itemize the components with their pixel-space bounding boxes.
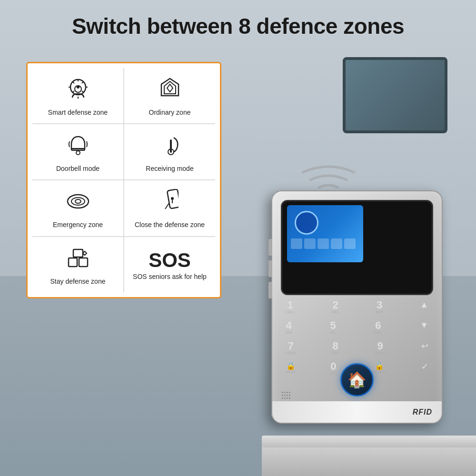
key-up[interactable]: ▲ (420, 300, 428, 314)
device-screen-area (281, 200, 433, 295)
key-5-number: 5 (330, 320, 336, 331)
svg-line-7 (73, 82, 74, 83)
key-confirm[interactable]: ✓ (421, 361, 428, 375)
monitor (343, 57, 447, 133)
key-arm[interactable]: 🔒 ARM# (286, 361, 296, 375)
close-defense-icon (161, 189, 178, 217)
svg-line-10 (82, 91, 83, 92)
key-1[interactable]: 1 CALL (286, 300, 295, 314)
key-back[interactable]: ↩ (421, 341, 428, 355)
key-5-label: JKL (330, 331, 337, 334)
svg-point-17 (75, 199, 81, 203)
key-3[interactable]: 3 DEF (376, 300, 384, 314)
ordinary-zone-icon (159, 77, 181, 104)
svg-point-16 (71, 198, 85, 205)
key-arm-label: ARM# (286, 370, 296, 374)
key-7[interactable]: 7 PQRS (286, 341, 296, 355)
key-7-number: 7 (288, 341, 294, 351)
screen-icon-2 (304, 238, 316, 249)
key-0[interactable]: 0 SOS (329, 361, 337, 375)
receiving-mode-label: Receiving mode (146, 164, 193, 173)
emergency-zone-icon (66, 189, 90, 217)
key-back-icon: ↩ (421, 341, 428, 351)
key-4[interactable]: 4 GHI (286, 320, 292, 334)
screen-icon-3 (317, 238, 329, 249)
screen-clock (295, 211, 318, 235)
key-9-label: WXYZ (375, 351, 386, 355)
sos-icon: SOS (149, 250, 191, 270)
table-front (262, 445, 476, 476)
svg-rect-23 (73, 249, 83, 257)
key-disarm-label: DISARM# (371, 370, 388, 374)
svg-point-6 (77, 86, 79, 89)
svg-point-12 (76, 151, 80, 155)
doorbell-mode-cell: Doorbell mode (32, 124, 124, 180)
device-bottom-strip: RFID (272, 401, 442, 423)
key-6-label: MNO (374, 331, 382, 334)
screen-icon-1 (291, 238, 302, 249)
key-9-number: 9 (377, 341, 383, 351)
zones-grid: Smart defense zone Ordinary zone (32, 68, 215, 292)
svg-rect-22 (79, 258, 88, 267)
screen-icon-4 (331, 238, 342, 249)
key-2-label: ABC (332, 310, 339, 314)
key-0-label: SOS (329, 372, 337, 375)
key-disarm[interactable]: 🔓 DISARM# (371, 361, 388, 375)
key-down-icon: ▼ (420, 320, 428, 330)
key-3-label: DEF (376, 310, 384, 314)
ordinary-zone-cell: Ordinary zone (124, 68, 215, 124)
security-device: 1 CALL 2 ABC 3 DEF ▲ 4 GHI (271, 190, 452, 438)
key-1-number: 1 (288, 300, 293, 310)
key-0-number: 0 (330, 361, 336, 372)
key-6[interactable]: 6 MNO (374, 320, 382, 334)
keypad-row-3: 7 PQRS 8 TUV 9 WXYZ ↩ (286, 341, 428, 355)
side-button-2[interactable] (268, 260, 272, 277)
key-3-number: 3 (377, 300, 382, 310)
key-up-icon: ▲ (420, 300, 428, 310)
stay-defense-label: Stay defense zone (50, 277, 106, 286)
side-button-1[interactable] (268, 239, 272, 256)
key-2[interactable]: 2 ABC (332, 300, 339, 314)
key-4-number: 4 (286, 320, 292, 331)
key-7-label: PQRS (286, 351, 296, 355)
key-5[interactable]: 5 JKL (330, 320, 337, 334)
sos-label: SOS seniors ask for help (133, 272, 207, 281)
key-down[interactable]: ▼ (420, 320, 428, 334)
home-icon: 🏠 (347, 371, 367, 389)
side-button-3[interactable] (268, 282, 272, 298)
home-button[interactable]: 🏠 (340, 363, 374, 397)
emergency-zone-label: Emergency zone (53, 220, 103, 229)
key-arm-icon: 🔒 (286, 361, 296, 370)
key-disarm-icon: 🔓 (375, 361, 384, 370)
screen-icons-row (291, 238, 356, 249)
stay-defense-cell: Stay defense zone (32, 237, 124, 292)
svg-rect-21 (69, 258, 77, 267)
svg-line-9 (73, 91, 74, 92)
key-8[interactable]: 8 TUV (332, 341, 339, 355)
device-screen (287, 205, 363, 262)
svg-point-19 (171, 197, 174, 200)
svg-rect-14 (170, 139, 172, 153)
keypad-row-2: 4 GHI 5 JKL 6 MNO ▼ (286, 320, 428, 334)
key-9[interactable]: 9 WXYZ (375, 341, 386, 355)
key-confirm-icon: ✓ (421, 361, 428, 372)
close-defense-label: Close the defense zone (135, 220, 205, 229)
smart-defense-label: Smart defense zone (48, 108, 108, 117)
info-card: Smart defense zone Ordinary zone (26, 62, 221, 298)
key-1-label: CALL (286, 310, 295, 314)
ordinary-zone-label: Ordinary zone (149, 108, 191, 117)
page-title: Switch between 8 defence zones (0, 13, 476, 39)
key-4-label: GHI (286, 331, 292, 334)
screen-icon-5 (344, 238, 356, 249)
receiving-mode-cell: Receiving mode (124, 124, 215, 180)
smart-defense-icon (66, 77, 90, 104)
key-8-label: TUV (332, 351, 339, 355)
svg-point-15 (68, 195, 89, 208)
svg-line-8 (82, 82, 83, 83)
emergency-zone-cell: Emergency zone (32, 180, 124, 236)
device-body: 1 CALL 2 ABC 3 DEF ▲ 4 GHI (271, 190, 443, 424)
doorbell-mode-icon (67, 133, 89, 160)
sos-cell: SOS SOS seniors ask for help (124, 237, 215, 292)
key-2-number: 2 (332, 300, 338, 310)
rfid-label: RFID (413, 408, 432, 416)
